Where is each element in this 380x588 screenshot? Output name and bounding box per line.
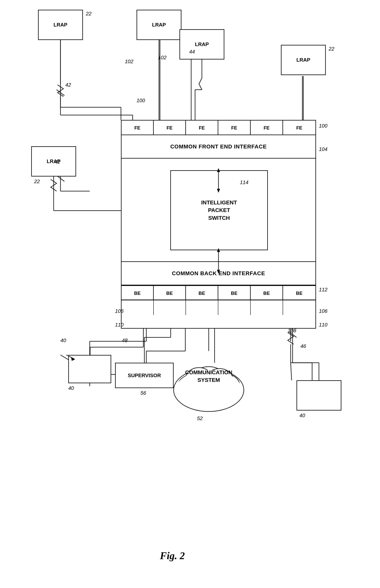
- diagram-container: LRAP 22 LRAP 102 LRAP 44 102 100 LRAP 22…: [0, 0, 380, 588]
- fe-cell-3: FE: [186, 121, 218, 135]
- be-cell-6: BE: [283, 286, 315, 300]
- fe-cell-6: FE: [283, 121, 315, 135]
- ref-40-arrow: 40: [60, 337, 66, 343]
- comm-system-label: COMMUNICATION SYSTEM: [179, 368, 238, 384]
- fe-cell-1: FE: [122, 121, 154, 135]
- ref-112: 112: [319, 287, 327, 293]
- ref-110-right: 110: [319, 322, 327, 328]
- lrap-label-4: LRAP: [297, 57, 310, 63]
- ref-106-right: 106: [319, 308, 327, 314]
- ref-42-top: 42: [65, 82, 71, 88]
- lrap-label-2: LRAP: [152, 22, 166, 28]
- back-end-label: COMMON BACK END INTERFACE: [172, 270, 265, 276]
- ref-106-left: 106: [115, 308, 123, 314]
- svg-line-80: [291, 363, 292, 380]
- ref-sys1: 40: [68, 385, 74, 391]
- fe-cell-5: FE: [251, 121, 283, 135]
- front-end-interface-band: COMMON FRONT END INTERFACE: [122, 135, 315, 159]
- lrap-box-4: LRAP: [281, 45, 326, 75]
- lrap-box-3: LRAP: [179, 29, 224, 59]
- fe-cell-2: FE: [154, 121, 186, 135]
- lrap-box-left: LRAP: [31, 146, 76, 177]
- ref-108: 108: [288, 328, 296, 334]
- ref-100-right: 100: [319, 123, 327, 129]
- svg-line-1: [57, 90, 64, 95]
- fe-cell-4: FE: [218, 121, 251, 135]
- ips-label: INTELLIGENT PACKET SWITCH: [201, 199, 237, 222]
- be-cell-5: BE: [251, 286, 283, 300]
- ref-56: 56: [140, 390, 146, 396]
- ref-104: 104: [319, 146, 327, 152]
- fig-label: Fig. 2: [160, 550, 185, 561]
- back-end-interface-band: COMMON BACK END INTERFACE: [122, 262, 315, 285]
- lrap-label-1: LRAP: [54, 22, 68, 28]
- ref-lrap4: 22: [329, 46, 334, 52]
- ref-conn44: 44: [189, 49, 195, 55]
- be-sub-cell-2: [154, 300, 186, 315]
- ref-48: 48: [122, 337, 128, 343]
- be-cell-2: BE: [154, 286, 186, 300]
- cloud-container: COMMUNICATION SYSTEM: [170, 351, 248, 413]
- be-sub-cell-5: [251, 300, 283, 315]
- be-sub-row: [122, 300, 315, 314]
- ref-lrap1: 22: [86, 11, 92, 17]
- ips-box: INTELLIGENT PACKET SWITCH: [170, 170, 268, 250]
- ref-114: 114: [240, 179, 248, 185]
- lrap-box-1: LRAP: [38, 10, 83, 40]
- supervisor-box: SUPERVISOR: [115, 363, 174, 388]
- be-cell-3: BE: [186, 286, 218, 300]
- fe-row: FE FE FE FE FE FE: [122, 121, 315, 135]
- ref-52: 52: [197, 415, 203, 422]
- front-end-label: COMMON FRONT END INTERFACE: [170, 144, 267, 150]
- ref-top-conn1: 102: [125, 58, 133, 65]
- ref-46: 46: [300, 343, 306, 349]
- terminal-box-right: [297, 380, 341, 410]
- be-sub-cell-1: [122, 300, 154, 315]
- ref-lrap-left: 22: [34, 179, 40, 184]
- be-sub-cell-6: [283, 300, 315, 315]
- supervisor-label: SUPERVISOR: [128, 372, 161, 379]
- ref-42-left: 42: [55, 159, 60, 165]
- be-cell-1: BE: [122, 286, 154, 300]
- lrap-label-3: LRAP: [195, 41, 209, 47]
- main-system-box: FE FE FE FE FE FE COMMON FRONT END INTER…: [121, 120, 316, 329]
- ref-110-left: 110: [115, 322, 123, 328]
- ref-100-top: 100: [136, 97, 145, 104]
- ref-conn-top: 102: [158, 55, 166, 61]
- be-cell-4: BE: [218, 286, 251, 300]
- be-sub-cell-4: [218, 300, 251, 315]
- be-sub-cell-3: [186, 300, 218, 315]
- terminal-box-1: [68, 355, 111, 383]
- lrap-box-2: LRAP: [136, 10, 181, 40]
- be-row: BE BE BE BE BE BE: [122, 285, 315, 300]
- ref-sys3: 40: [300, 412, 305, 419]
